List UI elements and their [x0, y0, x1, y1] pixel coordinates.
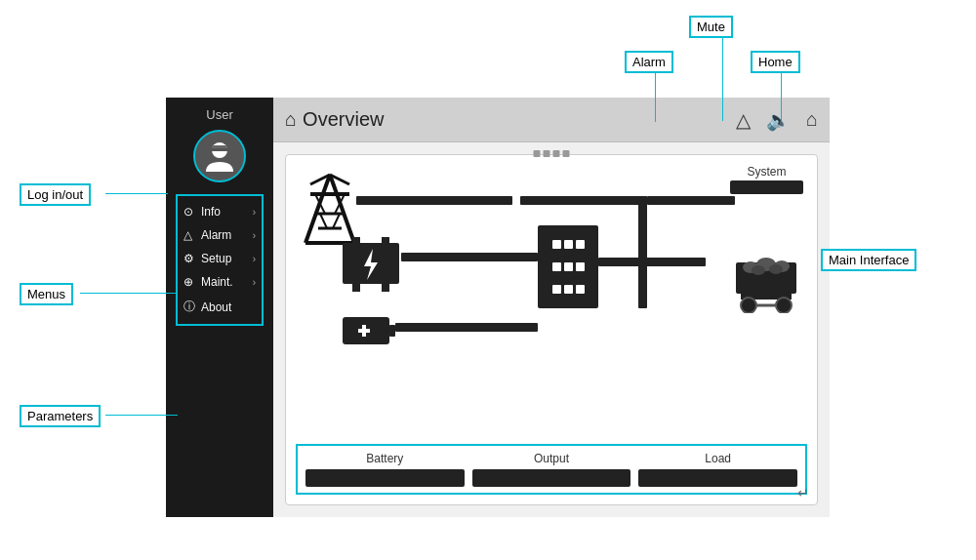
- system-area: System: [730, 165, 803, 194]
- sidebar: User ⊙ Info › △ Alarm › ⚙: [166, 98, 273, 517]
- mute-annotation: Mute: [689, 16, 733, 38]
- alarm-menu-icon: △: [183, 228, 197, 242]
- menus-annotation: Menus: [20, 283, 73, 305]
- setup-arrow: ›: [253, 254, 256, 264]
- home-header-icon: ⌂: [285, 108, 297, 131]
- alarm-header-icon[interactable]: △: [736, 108, 751, 132]
- menu-item-setup[interactable]: ⚙ Setup ›: [178, 247, 262, 270]
- mute-label: Mute: [697, 20, 725, 34]
- menus-line: [80, 293, 178, 294]
- system-bar: [730, 180, 803, 194]
- status-bars: Battery Output Load: [296, 444, 807, 495]
- interface-box: System: [285, 154, 818, 505]
- wire-h2: [401, 253, 538, 261]
- right-panel: ⌂ Overview △ 🔈 ⌂: [273, 98, 830, 517]
- setup-label: Setup: [201, 252, 231, 265]
- mute-header-icon[interactable]: 🔈: [766, 108, 791, 132]
- system-label: System: [730, 165, 803, 179]
- svg-rect-2: [210, 148, 229, 151]
- svg-rect-18: [382, 237, 389, 245]
- svg-rect-17: [352, 237, 360, 245]
- parameters-label: Parameters: [27, 409, 93, 423]
- home-annotation: Home: [751, 51, 800, 73]
- alarm-label: Alarm: [632, 55, 666, 69]
- ups-row1: [552, 240, 585, 249]
- svg-rect-19: [352, 284, 360, 292]
- load-col: Load: [638, 452, 797, 487]
- login-annotation: Log in/out: [20, 183, 91, 206]
- svg-line-11: [320, 214, 327, 228]
- wire-battery: [395, 323, 538, 332]
- maint-icon: ⊕: [183, 275, 197, 289]
- output-label: Output: [534, 452, 569, 465]
- alarm-annotation: Alarm: [625, 51, 673, 73]
- dot3: [553, 150, 560, 157]
- login-line: [105, 193, 168, 194]
- output-bar: [472, 469, 631, 487]
- parameters-annotation: Parameters: [20, 405, 101, 427]
- info-arrow: ›: [253, 207, 256, 218]
- load-bar: [638, 469, 797, 487]
- maint-label: Maint.: [201, 275, 233, 289]
- menu-item-maint[interactable]: ⊕ Maint. ›: [178, 270, 262, 294]
- svg-rect-20: [382, 284, 389, 292]
- battery-col: Battery: [305, 452, 465, 487]
- alarm-menu-label: Alarm: [201, 228, 231, 242]
- battery-icon: [341, 311, 395, 354]
- setup-icon: ⚙: [183, 252, 197, 265]
- home-line: [781, 68, 783, 122]
- content-area: System: [273, 142, 830, 517]
- svg-line-3: [305, 175, 330, 243]
- svg-point-29: [776, 298, 792, 313]
- parameters-line: [105, 415, 178, 416]
- about-label: About: [201, 300, 231, 314]
- wire-h1: [356, 196, 512, 205]
- wire-output: [598, 258, 706, 266]
- wire-h-system: [647, 196, 735, 205]
- menu-item-alarm[interactable]: △ Alarm ›: [178, 223, 262, 247]
- header-bar: ⌂ Overview △ 🔈 ⌂: [273, 98, 830, 142]
- info-label: Info: [201, 205, 221, 219]
- svg-line-4: [330, 175, 354, 243]
- mute-line: [722, 35, 724, 121]
- user-icon: [202, 139, 237, 174]
- ups-row2: [552, 262, 585, 271]
- dot2: [544, 150, 550, 157]
- wire-h1b: [520, 196, 647, 205]
- maint-arrow: ›: [253, 277, 256, 288]
- menu-box: ⊙ Info › △ Alarm › ⚙ Setup › ⊕ Maint. › …: [176, 194, 264, 326]
- ups-box: [538, 225, 598, 308]
- dot1: [534, 150, 541, 157]
- alarm-line: [655, 68, 657, 122]
- battery-label: Battery: [366, 452, 403, 465]
- svg-point-25: [752, 265, 765, 275]
- diagram-area: System: [296, 165, 807, 436]
- load-icon: [731, 253, 801, 317]
- battery-bar: [305, 469, 465, 487]
- home-header-btn[interactable]: ⌂: [806, 108, 818, 131]
- svg-point-26: [769, 264, 783, 274]
- ups-row3: [552, 285, 585, 294]
- login-label: Log in/out: [27, 187, 83, 202]
- main-container: User ⊙ Info › △ Alarm › ⚙: [166, 98, 830, 517]
- svg-line-12: [333, 214, 340, 228]
- load-label: Load: [705, 452, 731, 465]
- transformer: [341, 235, 401, 296]
- dot4: [563, 150, 570, 157]
- main-interface-label: Main Interface: [829, 253, 909, 267]
- overview-title: Overview: [303, 108, 384, 131]
- connector-dots: [534, 150, 570, 157]
- header-title: ⌂ Overview: [285, 108, 384, 131]
- avatar-button[interactable]: [193, 130, 246, 182]
- output-col: Output: [472, 452, 631, 487]
- menu-item-about[interactable]: ⓘ About: [178, 294, 262, 320]
- alarm-arrow: ›: [253, 230, 256, 241]
- main-interface-annotation: Main Interface: [821, 249, 916, 271]
- menu-item-info[interactable]: ⊙ Info ›: [178, 200, 262, 223]
- menus-label: Menus: [27, 287, 65, 301]
- home-label: Home: [758, 55, 793, 69]
- wire-v1: [638, 196, 647, 308]
- return-arrow: ↵: [797, 485, 809, 500]
- svg-point-28: [741, 298, 756, 313]
- info-icon: ⊙: [183, 205, 197, 219]
